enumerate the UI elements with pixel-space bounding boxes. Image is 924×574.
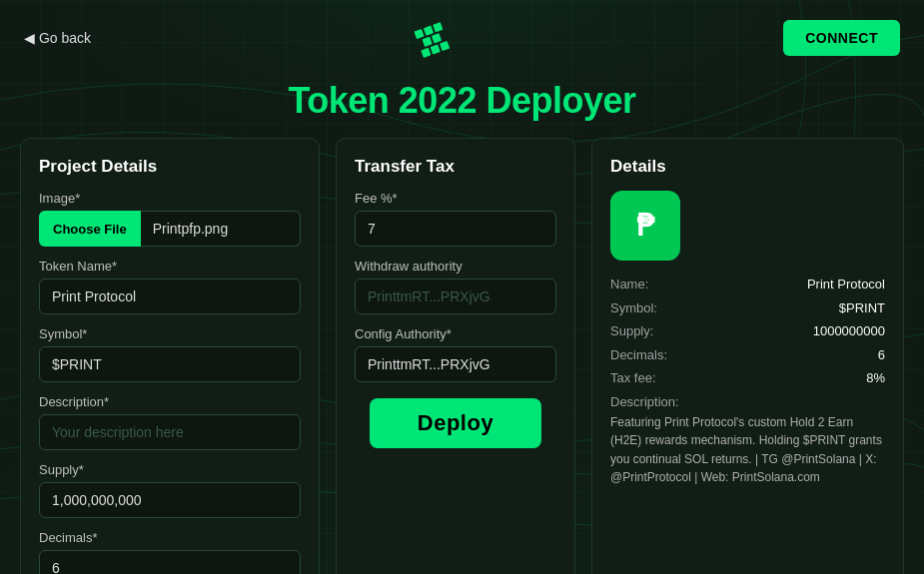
- symbol-detail-value: $PRINT: [839, 298, 885, 318]
- app-logo: [414, 14, 462, 62]
- image-label: Image*: [39, 191, 301, 206]
- project-details-title: Project Details: [39, 157, 301, 177]
- detail-name-row: Name: Print Protocol: [610, 275, 885, 294]
- transfer-tax-panel: Transfer Tax Fee %* Withdraw authority C…: [336, 138, 575, 574]
- token-name-group: Token Name*: [39, 259, 301, 314]
- connect-button[interactable]: CONNECT: [783, 20, 900, 56]
- config-group: Config Authority*: [355, 326, 556, 382]
- symbol-label: Symbol*: [39, 326, 301, 341]
- decimals-detail-value: 6: [878, 345, 885, 365]
- withdraw-label: Withdraw authority: [355, 259, 556, 274]
- description-detail-label: Description:: [610, 394, 885, 409]
- withdraw-group: Withdraw authority: [355, 259, 556, 314]
- tax-fee-label: Tax fee:: [610, 368, 690, 388]
- detail-symbol-row: Symbol: $PRINT: [610, 298, 885, 318]
- choose-file-button[interactable]: Choose File: [39, 211, 141, 247]
- header: ◀ Go back CONNECT: [0, 0, 924, 76]
- token-name-input[interactable]: [39, 279, 301, 314]
- file-name-display: Printpfp.png: [141, 211, 301, 247]
- supply-detail-value: 1000000000: [813, 321, 885, 341]
- tax-fee-value: 8%: [866, 368, 885, 388]
- detail-supply-row: Supply: 1000000000: [610, 321, 885, 341]
- decimals-label: Decimals*: [39, 530, 301, 545]
- decimals-detail-label: Decimals:: [610, 345, 690, 365]
- page-title: Token 2022 Deployer: [0, 80, 924, 122]
- supply-label: Supply*: [39, 462, 301, 477]
- description-label: Description*: [39, 394, 301, 409]
- detail-decimals-row: Decimals: 6: [610, 345, 885, 365]
- image-row: Choose File Printpfp.png: [39, 211, 301, 247]
- token-name-label: Token Name*: [39, 259, 301, 274]
- svg-text:₱: ₱: [636, 209, 655, 242]
- name-value: Print Protocol: [807, 275, 885, 294]
- go-back-button[interactable]: ◀ Go back: [24, 30, 91, 46]
- description-input[interactable]: [39, 414, 301, 450]
- transfer-tax-title: Transfer Tax: [355, 157, 556, 177]
- supply-detail-label: Supply:: [610, 321, 690, 341]
- symbol-detail-label: Symbol:: [610, 298, 690, 318]
- decimals-group: Decimals*: [39, 530, 301, 574]
- symbol-group: Symbol*: [39, 326, 301, 382]
- fee-input[interactable]: [355, 211, 556, 247]
- details-title: Details: [610, 157, 885, 177]
- supply-input[interactable]: [39, 482, 301, 518]
- detail-tax-row: Tax fee: 8%: [610, 368, 885, 388]
- fee-group: Fee %*: [355, 191, 556, 247]
- description-group: Description*: [39, 394, 301, 450]
- deploy-button[interactable]: Deploy: [370, 398, 541, 448]
- config-label: Config Authority*: [355, 326, 556, 341]
- details-panel: Details ₱ Name: Print Protocol Symbol: $…: [591, 138, 904, 574]
- symbol-input[interactable]: [39, 346, 301, 382]
- name-label: Name:: [610, 275, 690, 294]
- supply-group: Supply*: [39, 462, 301, 518]
- project-details-panel: Project Details Image* Choose File Print…: [20, 138, 320, 574]
- token-logo: ₱: [610, 191, 680, 261]
- main-content: Project Details Image* Choose File Print…: [0, 138, 924, 574]
- config-input[interactable]: [355, 346, 556, 382]
- image-group: Image* Choose File Printpfp.png: [39, 191, 301, 247]
- description-detail-text: Featuring Print Protocol's custom Hold 2…: [610, 413, 885, 487]
- decimals-input[interactable]: [39, 550, 301, 574]
- withdraw-input[interactable]: [355, 279, 556, 314]
- fee-label: Fee %*: [355, 191, 556, 206]
